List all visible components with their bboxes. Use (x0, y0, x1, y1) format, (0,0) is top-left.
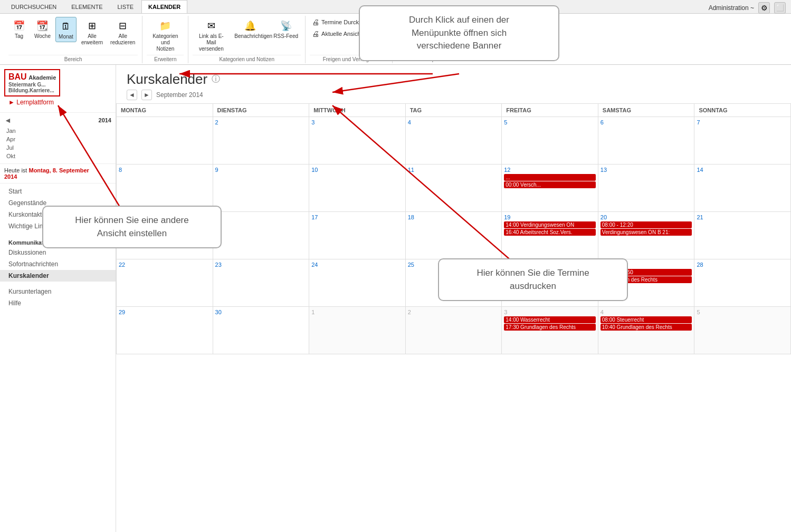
btn-link-email[interactable]: ✉ Link als E-Mail versenden (193, 17, 230, 54)
calendar-day[interactable]: 2008:00 - 12:20Verdingungswesen ON B 21: (598, 212, 694, 259)
calendar-day[interactable]: 22 (117, 259, 213, 307)
logo-bau: BAU (8, 72, 27, 81)
logo-bildung: Bildung.Karriere... (8, 88, 56, 93)
admin-dropdown[interactable]: Administration ~ (709, 4, 754, 12)
nav-kurskontakte[interactable]: Kurskontakte (0, 209, 116, 220)
btn-liste-bearbeiten[interactable]: ✏ Liste bearbeiten (397, 17, 427, 47)
calendar-day[interactable]: 9 (213, 165, 309, 212)
btn-benachrichtigen[interactable]: 🔔 Benachrichtigen (232, 17, 269, 41)
mini-cal-apr[interactable]: Apr (4, 135, 111, 143)
btn-alle-erweitern[interactable]: ⊞ Alle erweitern (79, 17, 106, 47)
calendar-day[interactable]: 2708:50 - 16:50Grundlagen des Rechts (598, 259, 694, 307)
calendar-day[interactable]: 15 (117, 212, 213, 259)
calendar-day[interactable]: 14 (694, 165, 791, 212)
btn-ansicht-drucken[interactable]: 🖨 Aktuelle Ansicht Durcken (310, 28, 388, 39)
event-item[interactable]: Verdingungswesen ON B 21: (601, 229, 692, 236)
event-item[interactable]: 14:00 Wasserrecht (504, 316, 596, 323)
lernplattform-link[interactable]: ► Lernplattform (4, 96, 111, 108)
calendar-day[interactable]: 5 (694, 307, 791, 354)
btn-tag[interactable]: 📅 Tag (8, 17, 30, 41)
bereich-label: Bereich (8, 55, 138, 62)
tab-durchsuchen[interactable]: DURCHSUCHEN (4, 0, 63, 13)
calendar-day[interactable]: 8 (117, 165, 213, 212)
calendar-day[interactable]: 2614:00 Verdingungswesen ON17:30 Wirtsch… (502, 259, 598, 307)
calendar-day[interactable]: 17 (309, 212, 406, 259)
btn-rss[interactable]: 📡 RSS-Feed (271, 17, 301, 41)
day-number: 13 (601, 167, 692, 173)
calendar-day[interactable]: 1914:00 Verdingungswesen ON16:40 Arbeits… (502, 212, 598, 259)
btn-alle-reduzieren[interactable]: ⊟ Alle reduzieren (108, 17, 138, 47)
btn-termine-drucken[interactable]: 🖨 Termine Durcken (310, 17, 388, 27)
mini-cal-jul[interactable]: Jul (4, 143, 111, 152)
tab-kalender[interactable]: KALENDER (141, 0, 187, 13)
nav-kurskalender[interactable]: Kurskalender (0, 270, 116, 282)
calendar-day[interactable]: 11 (405, 165, 502, 212)
calendar-day[interactable]: 25 (405, 259, 502, 307)
cal-next-btn[interactable]: ► (141, 90, 152, 100)
expand-button[interactable]: ⬜ (774, 2, 786, 14)
nav-start[interactable]: Start (0, 186, 116, 197)
mini-cal-prev[interactable]: ◄ (4, 116, 12, 124)
nav-sofortnachrichten[interactable]: Sofortnachrichten (0, 258, 116, 270)
nav-hilfe[interactable]: Hilfe (0, 297, 116, 309)
event-item[interactable]: 14:00 Verdingungswesen ON (504, 269, 596, 276)
event-item[interactable]: 17:30 Grundlagen des Rechts (504, 324, 596, 331)
btn-liste-label: Liste bearbeiten (399, 33, 424, 46)
calendar-day[interactable]: 28 (694, 259, 791, 307)
nav-wichtige-links[interactable]: Wichtige Links (0, 220, 116, 232)
cal-prev-btn[interactable]: ◄ (127, 90, 137, 100)
calendar-day[interactable]: 5 (502, 117, 598, 165)
calendar-day[interactable] (117, 117, 213, 165)
calendar-day[interactable]: 2 (405, 307, 502, 354)
event-item[interactable]: Grundlagen des Rechts (601, 276, 692, 283)
calendar-day[interactable]: 408:00 Steuerrecht10:40 Grundlagen des R… (598, 307, 694, 354)
calendar-day[interactable]: 12...00:00 Versch... (502, 165, 598, 212)
event-item[interactable]: 00:00 Versch... (504, 181, 596, 188)
event-item[interactable]: 14:00 Verdingungswesen ON (504, 221, 596, 228)
calendar-day[interactable]: 30 (213, 307, 309, 354)
event-item[interactable]: 10:40 Grundlagen des Rechts (601, 324, 692, 331)
nav-diskussionen[interactable]: Diskussionen (0, 247, 116, 258)
btn-kategorien-notizen[interactable]: 📁 Kategorien und Notizen (147, 17, 184, 54)
mini-cal-okt[interactable]: Okt (4, 152, 111, 160)
col-tag: TAG (405, 104, 502, 117)
ribbon-group-freigen: 🖨 Termine Durcken 🖨 Aktuelle Ansicht Dur… (306, 16, 393, 63)
nav-gegenstaende[interactable]: Gegenstände (0, 197, 116, 209)
calendar-day[interactable]: 10 (309, 165, 406, 212)
calendar-day[interactable]: 23 (213, 259, 309, 307)
btn-formularparts[interactable]: 📋 Formularparts (429, 17, 466, 41)
calendar-day[interactable]: 13 (598, 165, 694, 212)
calendar-day[interactable]: 7 (694, 117, 791, 165)
event-item[interactable]: 08:00 - 12:20 (601, 221, 692, 228)
info-icon[interactable]: ⓘ (212, 74, 220, 85)
calendar-day[interactable]: 4 (405, 117, 502, 165)
btn-formular-label: Formularparts (432, 33, 463, 40)
event-item[interactable]: 08:50 - 16:50 (601, 269, 692, 276)
day-number: 10 (311, 167, 403, 173)
calendar-day[interactable]: 2 (213, 117, 309, 165)
nav-kursunterlagen[interactable]: Kursunterlagen (0, 286, 116, 297)
btn-woche[interactable]: 📆 Woche (32, 17, 53, 41)
nav-section-kommunikation: Kommunikation Diskussionen Sofortnachric… (0, 234, 116, 284)
calendar-day[interactable]: 6 (598, 117, 694, 165)
btn-monat[interactable]: 🗓 Monat (55, 17, 77, 42)
day-number: 6 (601, 119, 692, 125)
tab-elemente[interactable]: ELEMENTE (64, 0, 109, 13)
calendar-week-4: 222324252614:00 Verdingungswesen ON17:30… (117, 259, 791, 307)
calendar-day[interactable]: 18 (405, 212, 502, 259)
calendar-day[interactable]: 29 (117, 307, 213, 354)
event-item[interactable]: ... (504, 174, 596, 181)
calendar-day[interactable]: 1 (309, 307, 406, 354)
calendar-day[interactable]: 21 (694, 212, 791, 259)
calendar-day[interactable]: 24 (309, 259, 406, 307)
gear-button[interactable]: ⚙ (758, 2, 770, 14)
calendar-day[interactable]: 314:00 Wasserrecht17:30 Grundlagen des R… (502, 307, 598, 354)
calendar-title: Kurskalender ⓘ (127, 71, 780, 88)
event-item[interactable]: 17:30 Wirtschaftskammerorg (504, 276, 596, 283)
calendar-day[interactable]: 16 (213, 212, 309, 259)
tab-liste[interactable]: LISTE (110, 0, 140, 13)
mini-cal-jan[interactable]: Jan (4, 127, 111, 135)
calendar-day[interactable]: 3 (309, 117, 406, 165)
event-item[interactable]: 16:40 Arbeitsrecht Soz.Vers. (504, 229, 596, 236)
event-item[interactable]: 08:00 Steuerrecht (601, 316, 692, 323)
